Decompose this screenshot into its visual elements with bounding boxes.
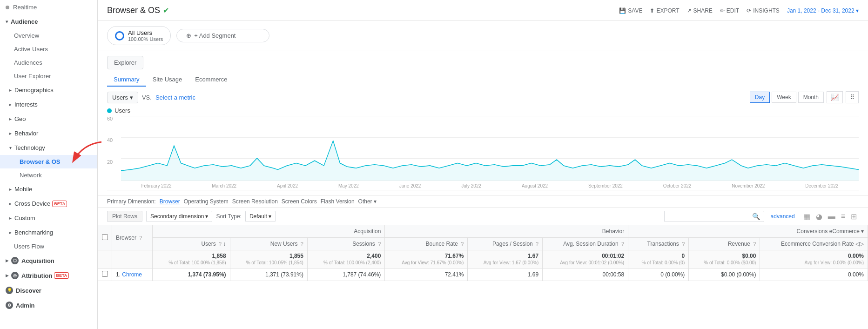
col-browser-header: Browser ? xyxy=(112,225,153,250)
dimension-bar: Primary Dimension: Browser Operating Sys… xyxy=(98,195,868,208)
sidebar-item-mobile[interactable]: ▸ Mobile xyxy=(0,182,97,196)
tab-summary[interactable]: Summary xyxy=(107,73,146,87)
time-btn-day[interactable]: Day xyxy=(750,92,770,103)
sidebar-item-technology[interactable]: ▾ Technology xyxy=(0,141,97,155)
secondary-dimension-dropdown[interactable]: Secondary dimension ▾ xyxy=(146,211,212,222)
add-segment-button[interactable]: ⊕ + Add Segment xyxy=(176,29,269,42)
sidebar-item-demographics[interactable]: ▸ Demographics xyxy=(0,83,97,97)
help-icon[interactable]: ? xyxy=(753,241,756,247)
search-input[interactable] xyxy=(668,213,752,220)
tab-ecommerce[interactable]: Ecommerce xyxy=(188,73,234,87)
search-box: 🔍 xyxy=(664,211,764,222)
attribution-icon: ◎ xyxy=(11,272,19,279)
chart-type-scatter-btn[interactable]: ⠿ xyxy=(846,91,859,103)
sidebar-item-overview[interactable]: Overview xyxy=(0,29,97,42)
help-icon[interactable]: ? xyxy=(682,241,685,247)
browser-link-chrome[interactable]: Chrome xyxy=(122,271,142,278)
sidebar-section-admin[interactable]: ⚙ Admin xyxy=(0,298,97,313)
chart-controls: Users ▾ VS. Select a metric Day Week Mon… xyxy=(107,91,859,103)
chart-svg xyxy=(121,116,859,181)
metric-dropdown[interactable]: Users ▾ xyxy=(107,92,138,103)
top-bar-actions: 💾 SAVE ⬆ EXPORT ↗ SHARE ✏ EDIT ⟳ INSIGHT… xyxy=(619,7,859,14)
time-btn-week[interactable]: Week xyxy=(772,92,796,103)
dim-os[interactable]: Operating System xyxy=(184,198,229,205)
explorer-tab[interactable]: Explorer xyxy=(107,56,143,69)
insights-button[interactable]: ⟳ INSIGHTS xyxy=(747,7,780,14)
list-view-icon[interactable]: ≡ xyxy=(839,211,847,222)
help-icon[interactable]: ? xyxy=(378,241,381,247)
verified-icon: ✔ xyxy=(163,6,169,15)
sidebar-section-audience[interactable]: ▾ Audience xyxy=(0,14,97,29)
col-revenue: Revenue ? xyxy=(689,238,760,250)
date-range[interactable]: Jan 1, 2022 - Dec 31, 2022 ▾ xyxy=(787,7,859,14)
explorer-section: Explorer Summary Site Usage Ecommerce xyxy=(98,51,868,87)
help-icon[interactable]: ? xyxy=(461,241,464,247)
select-metric-link[interactable]: Select a metric xyxy=(155,94,195,101)
audience-arrow: ▾ xyxy=(6,19,8,24)
sidebar-section-acquisition[interactable]: ▸ ⬡ Acquisition xyxy=(0,253,97,268)
sidebar-sub-item-browser-os[interactable]: Browser & OS xyxy=(0,155,97,168)
sidebar-item-realtime-label: Realtime xyxy=(13,4,37,11)
tab-site-usage[interactable]: Site Usage xyxy=(146,73,189,87)
edit-button[interactable]: ✏ EDIT xyxy=(720,7,739,14)
chart-section: Users ▾ VS. Select a metric Day Week Mon… xyxy=(98,87,868,195)
pivot-view-icon[interactable]: ⊞ xyxy=(849,211,859,222)
share-button[interactable]: ↗ SHARE xyxy=(687,7,713,14)
save-button[interactable]: 💾 SAVE xyxy=(619,7,642,14)
main-content: Browser & OS ✔ 💾 SAVE ⬆ EXPORT ↗ SHARE ✏… xyxy=(98,0,868,329)
sidebar-item-active-users[interactable]: Active Users xyxy=(0,42,97,56)
sidebar-item-behavior[interactable]: ▸ Behavior xyxy=(0,126,97,141)
ecommerce-dropdown[interactable]: eCommerce ▾ xyxy=(829,228,864,235)
col-pages-session: Pages / Session ? xyxy=(468,238,543,250)
sidebar-item-custom[interactable]: ▸ Custom xyxy=(0,211,97,225)
row-checkbox[interactable] xyxy=(102,271,108,277)
select-all-checkbox[interactable] xyxy=(102,234,108,240)
all-users-segment[interactable]: All Users 100.00% Users xyxy=(107,26,171,45)
sort-type-dropdown[interactable]: Default ▾ xyxy=(245,211,276,222)
export-button[interactable]: ⬆ EXPORT xyxy=(650,7,679,14)
time-btn-month[interactable]: Month xyxy=(798,92,824,103)
add-segment-icon: ⊕ xyxy=(186,32,191,39)
grid-view-icon[interactable]: ▦ xyxy=(801,211,812,222)
search-icon[interactable]: 🔍 xyxy=(752,213,760,220)
insights-icon: ⟳ xyxy=(747,7,751,14)
help-icon[interactable]: ? xyxy=(536,241,538,247)
sort-type-label: Sort Type: xyxy=(216,213,241,220)
view-icons: ▦ ◕ ▬ ≡ ⊞ xyxy=(801,211,859,222)
sidebar-item-realtime[interactable]: Realtime xyxy=(0,0,97,14)
help-icon[interactable]: ? xyxy=(301,241,303,247)
time-buttons: Day Week Month xyxy=(750,92,824,103)
page-title: Browser & OS ✔ xyxy=(107,6,169,15)
sidebar-sub-item-network[interactable]: Network xyxy=(0,168,97,182)
dim-browser[interactable]: Browser xyxy=(160,198,180,205)
sidebar-item-interests[interactable]: ▸ Interests xyxy=(0,97,97,112)
help-icon[interactable]: ? xyxy=(219,241,222,247)
dim-screen-colors[interactable]: Screen Colors xyxy=(282,198,317,205)
col-transactions: Transactions ? xyxy=(628,238,689,250)
sidebar-item-users-flow[interactable]: Users Flow xyxy=(0,240,97,253)
help-icon[interactable]: ? xyxy=(621,241,624,247)
bar-view-icon[interactable]: ▬ xyxy=(826,211,837,222)
advanced-link[interactable]: advanced xyxy=(771,213,795,220)
sidebar-item-geo[interactable]: ▸ Geo xyxy=(0,112,97,126)
sidebar-section-attribution[interactable]: ▸ ◎ Attribution BETA xyxy=(0,268,97,283)
sidebar-item-cross-device[interactable]: ▸ Cross Device BETA xyxy=(0,196,97,211)
col-sessions: Sessions ? xyxy=(307,238,384,250)
sidebar-section-discover[interactable]: 💡 Discover xyxy=(0,283,97,298)
chart-dot xyxy=(107,108,112,113)
pie-view-icon[interactable]: ◕ xyxy=(814,211,824,222)
y-axis-labels: 60 40 20 xyxy=(107,116,121,181)
admin-icon: ⚙ xyxy=(6,302,13,309)
dim-screen-res[interactable]: Screen Resolution xyxy=(232,198,278,205)
dim-other[interactable]: Other ▾ xyxy=(358,198,377,205)
chart-type-line-btn[interactable]: 📈 xyxy=(827,91,843,103)
col-group-behavior: Behavior xyxy=(385,225,628,238)
dim-flash-version[interactable]: Flash Version xyxy=(321,198,355,205)
sidebar-item-benchmarking[interactable]: ▸ Benchmarking xyxy=(0,225,97,240)
plot-rows-button[interactable]: Plot Rows xyxy=(107,211,142,222)
sidebar-item-audiences[interactable]: Audiences xyxy=(0,56,97,69)
sidebar-item-user-explorer[interactable]: User Explorer xyxy=(0,69,97,83)
help-icon[interactable]: ? xyxy=(139,235,142,241)
save-icon: 💾 xyxy=(619,7,626,14)
chevron-down-icon: ▾ xyxy=(269,213,271,220)
